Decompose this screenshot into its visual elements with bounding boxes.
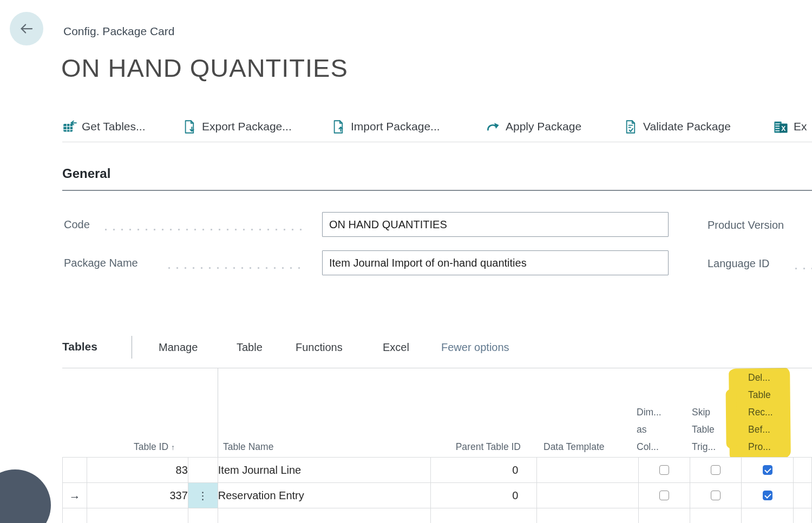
apply-package-label: Apply Package	[506, 120, 581, 133]
yellow-marker-highlight-annotation	[729, 368, 791, 459]
validate-package-button[interactable]: Validate Package	[624, 117, 731, 136]
language-id-field-label: Language ID	[708, 257, 770, 270]
config-package-tables-grid: 83 Item Journal Line 0 → 337 ⋮ Reservati…	[62, 457, 812, 523]
grid-header-top-border	[62, 368, 812, 368]
package-name-dotted-leader	[165, 267, 305, 269]
product-version-field-label: Product Version	[708, 219, 784, 231]
import-package-button[interactable]: Import Package...	[331, 117, 440, 136]
export-package-label: Export Package...	[202, 120, 292, 133]
code-dotted-leader	[102, 229, 305, 230]
column-header-dimensions-as-columns[interactable]: Dim... as Col...	[637, 403, 662, 455]
dimensions-as-columns-checkbox[interactable]	[659, 465, 669, 475]
config-package-card-page: Config. Package Card ON HAND QUANTITIES …	[0, 0, 812, 523]
export-excel-icon: X	[773, 119, 789, 135]
export-package-button[interactable]: Export Package...	[182, 117, 292, 136]
dimensions-as-columns-checkbox[interactable]	[659, 491, 669, 500]
column-header-table-name[interactable]: Table Name	[223, 438, 273, 455]
delete-table-records-checkbox[interactable]	[763, 465, 772, 475]
general-section-divider	[62, 190, 812, 191]
corner-circle-decoration	[0, 469, 51, 523]
menu-functions[interactable]: Functions	[296, 341, 343, 354]
get-tables-button[interactable]: Get Tables...	[62, 117, 146, 136]
tables-section-tab[interactable]: Tables	[62, 340, 97, 353]
apply-package-icon	[486, 120, 501, 134]
dimensions-as-columns-cell	[639, 483, 690, 508]
general-section-header[interactable]: General	[62, 166, 110, 181]
parent-table-id-cell[interactable]: 0	[430, 483, 537, 508]
sort-ascending-icon: ↑	[171, 443, 175, 452]
grid-freeze-pane-divider	[218, 368, 218, 457]
apply-package-button[interactable]: Apply Package	[486, 117, 581, 136]
language-id-dotted-leader	[792, 268, 812, 269]
column-header-skip-table-triggers[interactable]: Skip Table Trig...	[692, 403, 716, 455]
tab-strip-divider	[132, 336, 132, 359]
delete-records-cell	[742, 483, 794, 508]
parent-table-id-cell[interactable]: 0	[430, 458, 537, 483]
table-name-cell[interactable]: Item Journal Line	[218, 458, 430, 483]
active-row-arrow-icon: →	[69, 489, 80, 501]
import-package-icon	[331, 120, 346, 134]
validate-package-icon	[624, 120, 638, 134]
package-name-field-label: Package Name	[64, 257, 138, 269]
column-header-table-id[interactable]: Table ID ↑	[87, 438, 175, 456]
delete-table-records-checkbox[interactable]	[763, 491, 772, 500]
page-title: ON HAND QUANTITIES	[61, 53, 348, 83]
fewer-options-link[interactable]: Fewer options	[441, 341, 509, 354]
get-tables-icon	[62, 120, 77, 134]
column-header-data-template[interactable]: Data Template	[543, 438, 605, 455]
menu-table[interactable]: Table	[237, 341, 263, 354]
delete-records-cell	[742, 458, 794, 483]
menu-manage[interactable]: Manage	[159, 341, 198, 354]
package-name-input[interactable]	[322, 250, 669, 275]
menu-excel[interactable]: Excel	[383, 341, 409, 354]
table-id-cell[interactable]: 337	[87, 483, 188, 508]
overflow-cell	[793, 458, 811, 483]
get-tables-label: Get Tables...	[82, 120, 146, 133]
data-template-cell[interactable]	[537, 458, 639, 483]
dimensions-as-columns-cell	[639, 458, 690, 483]
row-menu-cell[interactable]	[188, 458, 218, 483]
back-button[interactable]	[10, 12, 43, 45]
breadcrumb: Config. Package Card	[63, 25, 174, 38]
skip-table-triggers-checkbox[interactable]	[711, 491, 721, 500]
table-id-cell[interactable]: 83	[87, 458, 188, 483]
code-field-label: Code	[64, 219, 90, 231]
skip-table-triggers-cell	[690, 458, 742, 483]
export-to-excel-label: Ex	[794, 120, 807, 133]
data-template-cell[interactable]	[537, 483, 639, 508]
row-marker-cell	[63, 458, 87, 483]
table-row: 83 Item Journal Line 0	[63, 458, 812, 483]
export-package-icon	[182, 120, 197, 134]
row-marker-cell: →	[63, 483, 87, 508]
toolbar-divider	[62, 142, 812, 142]
table-name-cell[interactable]: Reservation Entry	[218, 483, 430, 508]
arrow-left-icon	[18, 21, 35, 37]
overflow-cell	[793, 483, 811, 508]
validate-package-label: Validate Package	[643, 120, 731, 133]
ellipsis-vertical-icon: ⋮	[198, 490, 208, 501]
code-input[interactable]	[322, 212, 669, 237]
import-package-label: Import Package...	[351, 120, 440, 133]
export-to-excel-button[interactable]: X Ex	[773, 117, 807, 136]
table-row-empty	[63, 508, 812, 523]
svg-text:X: X	[781, 124, 785, 132]
table-row: → 337 ⋮ Reservation Entry 0	[63, 483, 812, 508]
column-header-parent-table-id[interactable]: Parent Table ID	[430, 438, 521, 455]
row-menu-cell[interactable]: ⋮	[188, 483, 218, 508]
skip-table-triggers-cell	[690, 483, 742, 508]
skip-table-triggers-checkbox[interactable]	[711, 465, 721, 475]
